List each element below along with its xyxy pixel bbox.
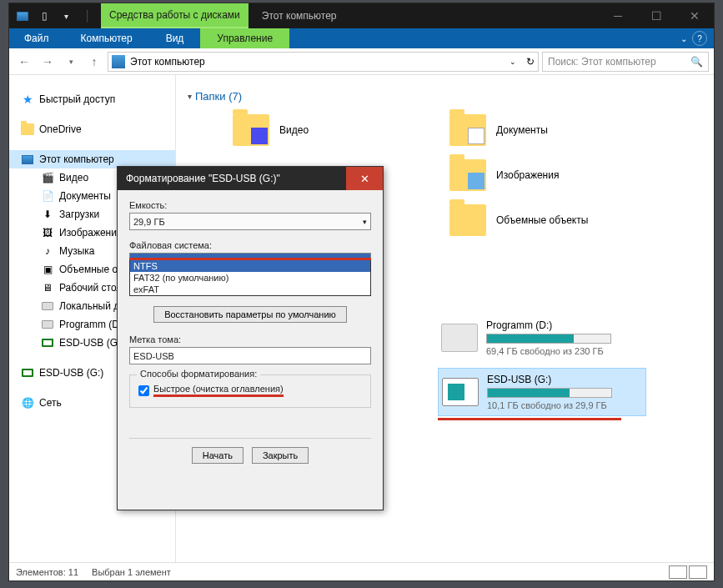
- search-placeholder: Поиск: Этот компьютер: [548, 56, 656, 68]
- restore-defaults-button[interactable]: Восстановить параметры по умолчанию: [153, 306, 347, 323]
- ribbon-file-tab[interactable]: Файл: [9, 28, 64, 48]
- image-icon: 🖼: [41, 226, 54, 239]
- close-button[interactable]: ✕: [675, 3, 714, 28]
- music-icon: ♪: [41, 244, 54, 258]
- folder-video[interactable]: Видео: [229, 111, 421, 149]
- star-icon: ★: [21, 93, 34, 106]
- drive-esd-usb[interactable]: ESD-USB (G:) 10,1 ГБ свободно из 29,9 ГБ: [438, 368, 646, 416]
- fs-option-ntfs[interactable]: NTFS: [130, 260, 370, 272]
- view-switcher: [669, 565, 707, 579]
- filesystem-dropdown-list: NTFS FAT32 (по умолчанию) exFAT: [129, 259, 371, 296]
- volume-label-label: Метка тома:: [129, 334, 371, 344]
- view-details-button[interactable]: [669, 565, 687, 579]
- filesystem-label: Файловая система:: [129, 240, 371, 250]
- separator-icon: │: [78, 6, 98, 26]
- address-text: Этот компьютер: [130, 56, 205, 68]
- desktop-icon: 🖥: [41, 281, 54, 294]
- pc-icon: [21, 153, 34, 166]
- format-options-label: Способы форматирования:: [137, 369, 260, 379]
- drive-name: ESD-USB (G:): [487, 374, 642, 385]
- dialog-title: Форматирование "ESD-USB (G:)": [126, 173, 280, 184]
- document-icon[interactable]: ▯: [34, 6, 54, 26]
- ribbon-tab-computer[interactable]: Компьютер: [64, 28, 149, 48]
- address-dropdown-icon[interactable]: ⌄: [510, 58, 516, 66]
- folder-icon: [449, 114, 486, 146]
- folder-icon: [449, 204, 486, 236]
- search-input[interactable]: Поиск: Этот компьютер 🔍: [542, 52, 709, 72]
- search-icon: 🔍: [690, 56, 703, 68]
- folders-header[interactable]: ▾Папки (7): [188, 90, 702, 103]
- tools-tab-label: Средства работы с дисками: [109, 9, 240, 21]
- capacity-label: Емкость:: [129, 200, 371, 210]
- navbar: ← → ▾ ↑ Этот компьютер ⌄ ↻ Поиск: Этот к…: [9, 48, 714, 75]
- ribbon: Файл Компьютер Вид Управление ⌄ ?: [9, 28, 714, 48]
- titlebar: ▯ ▾ │ Средства работы с дисками Этот ком…: [9, 3, 714, 28]
- folder-icon: [449, 159, 486, 191]
- format-options-group: Способы форматирования: Быстрое (очистка…: [129, 374, 371, 408]
- quick-format-label: Быстрое (очистка оглавления): [153, 384, 284, 397]
- network-icon: 🌐: [21, 396, 34, 410]
- forward-button[interactable]: →: [38, 52, 58, 72]
- format-dialog: Форматирование "ESD-USB (G:)" ✕ Емкость:…: [117, 166, 384, 510]
- usb-icon: [21, 366, 34, 379]
- download-icon: ⬇: [41, 208, 54, 221]
- minimize-button[interactable]: ─: [599, 3, 637, 28]
- dialog-titlebar[interactable]: Форматирование "ESD-USB (G:)" ✕: [118, 167, 383, 190]
- sidebar-quick-access[interactable]: ★Быстрый доступ: [9, 90, 175, 108]
- address-icon: [112, 55, 125, 68]
- folder-pictures[interactable]: Изображения: [446, 156, 638, 194]
- quick-format-check-input[interactable]: [138, 385, 149, 396]
- document-icon: 📄: [41, 189, 54, 203]
- drive-free-text: 10,1 ГБ свободно из 29,9 ГБ: [487, 400, 642, 410]
- address-bar[interactable]: Этот компьютер ⌄ ↻: [108, 52, 539, 72]
- sidebar-onedrive[interactable]: OneDrive: [9, 120, 175, 138]
- chevron-down-icon[interactable]: ⌄: [680, 34, 687, 43]
- disk-icon: [41, 299, 54, 313]
- close-dialog-button[interactable]: Закрыть: [252, 447, 309, 464]
- video-icon: 🎬: [41, 171, 54, 184]
- dialog-close-button[interactable]: ✕: [346, 167, 383, 190]
- tools-tab[interactable]: Средства работы с дисками: [101, 3, 249, 28]
- pc-icon[interactable]: [13, 6, 33, 26]
- usb-icon: [41, 336, 54, 349]
- folder-documents[interactable]: Документы: [446, 111, 638, 149]
- quick-format-checkbox[interactable]: Быстрое (очистка оглавления): [138, 384, 362, 397]
- ribbon-tab-view[interactable]: Вид: [149, 28, 201, 48]
- drive-name: Programm (D:): [486, 319, 643, 331]
- disk-icon: [41, 318, 54, 331]
- red-underline: [438, 418, 621, 420]
- ribbon-tab-manage[interactable]: Управление: [200, 28, 289, 48]
- history-dropdown[interactable]: ▾: [61, 52, 81, 72]
- folder-3d[interactable]: Объемные объекты: [446, 201, 638, 239]
- chevron-down-icon: ▾: [188, 92, 192, 101]
- chevron-down-icon: ▾: [363, 218, 367, 226]
- capacity-dropdown[interactable]: 29,9 ГБ▾: [129, 213, 371, 230]
- window-title: Этот компьютер: [249, 10, 350, 22]
- folder-icon: [233, 114, 269, 146]
- drive-free-text: 69,4 ГБ свободно из 230 ГБ: [486, 346, 643, 356]
- window-controls: ─ ☐ ✕: [599, 3, 714, 28]
- view-large-button[interactable]: [689, 565, 707, 579]
- drive-programm-d[interactable]: Programm (D:) 69,4 ГБ свободно из 230 ГБ: [438, 314, 646, 361]
- usb-drive-icon: [442, 378, 479, 406]
- cube-icon: ▣: [41, 263, 54, 276]
- back-button[interactable]: ←: [14, 52, 34, 72]
- selection-text: Выбран 1 элемент: [92, 567, 171, 577]
- quick-access-toolbar: ▯ ▾ │: [9, 6, 101, 26]
- drive-usage-bar: [487, 388, 612, 398]
- maximize-button[interactable]: ☐: [637, 3, 675, 28]
- help-icon[interactable]: ?: [692, 31, 707, 46]
- dropdown-icon[interactable]: ▾: [56, 6, 76, 26]
- statusbar: Элементов: 11 Выбран 1 элемент: [9, 562, 714, 580]
- item-count: Элементов: 11: [16, 567, 78, 577]
- disk-icon: [441, 324, 478, 352]
- fs-option-exfat[interactable]: exFAT: [130, 284, 370, 295]
- volume-label-input[interactable]: ESD-USB: [129, 347, 371, 364]
- folder-icon: [21, 123, 34, 136]
- start-button[interactable]: Начать: [192, 447, 244, 464]
- up-button[interactable]: ↑: [84, 52, 104, 72]
- refresh-icon[interactable]: ↻: [526, 56, 535, 68]
- fs-option-fat32[interactable]: FAT32 (по умолчанию): [130, 272, 370, 284]
- drive-usage-bar: [486, 334, 611, 344]
